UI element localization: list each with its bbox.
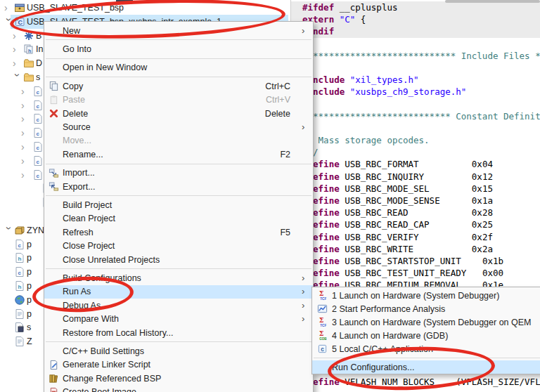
tree-label: ZYN [27,226,44,235]
menu-item-4-launch-on-hardware-gdb[interactable]: ΣGDB4 Launch on Hardware (GDB) [312,329,540,342]
menu-item-label: Compare With [63,314,302,324]
menu-item-close-unrelated-projects[interactable]: Close Unrelated Projects [44,253,313,266]
menu-item-label: Close Unrelated Projects [63,255,302,265]
menu-item-label: Build Project [63,200,302,210]
menu-item-label: Source [63,122,302,132]
menu-item-label: Rename... [63,150,280,159]
tree-label: p [27,309,32,319]
menu-item-create-boot-image[interactable]: Create Boot Image [44,385,313,392]
menu-item-copy[interactable]: CopyCtrl+C [44,79,313,93]
menu-item-label: Paste [63,95,266,105]
menu-item-paste[interactable]: PasteCtrl+V [44,93,313,107]
tree-label: In [36,44,43,54]
scrollbar-fragment [445,0,540,3]
menu-item-label: Move... [63,136,302,145]
menu-separator [46,341,311,342]
menu-item-refresh[interactable]: RefreshF5 [44,226,313,239]
h-file-icon: h [14,252,25,263]
svg-text:h: h [18,256,22,262]
submenu-arrow-icon: › [302,25,313,37]
chevron-collapsed-icon[interactable]: › [21,127,30,139]
menu-item-label: Create Boot Image [63,387,302,392]
menu-item-build-project[interactable]: Build Project [44,198,313,211]
chevron-collapsed-icon[interactable]: › [21,113,30,125]
chevron-collapsed-icon[interactable]: › [21,86,30,98]
tree-label: p [27,267,32,277]
menu-item-move[interactable]: Move... [44,134,313,148]
chevron-collapsed-icon[interactable]: › [21,155,30,167]
c-file-icon: c [14,266,25,277]
code-line: #ifdef __cplusplus [291,1,540,13]
code-line: */ [291,146,540,158]
menu-item-accelerator: Ctrl+C [265,81,302,91]
menu-separator [46,58,311,59]
chevron-collapsed-icon[interactable]: › [13,30,21,42]
svg-text:c: c [37,117,40,123]
svg-text:TCF: TCF [320,324,326,327]
menu-item-rename[interactable]: Rename...F2 [44,148,313,161]
svg-text:h: h [28,48,31,53]
chevron-collapsed-icon[interactable]: › [13,58,21,70]
code-line: #include "xil_types.h" [291,74,540,86]
menu-item-accelerator: F2 [280,150,302,159]
svg-text:GDB: GDB [319,337,327,341]
h-file-icon: h [14,280,25,292]
chevron-collapsed-icon[interactable]: › [13,44,21,55]
svg-text:c: c [37,131,40,137]
folder-icon [23,72,34,83]
menu-item-clean-project[interactable]: Clean Project [44,212,313,226]
code-line: #define USB_RBC_FORMAT 0x04 [291,158,540,170]
gdb-icon: ΣGDB [312,330,332,341]
menu-separator [46,39,311,40]
txt-file-icon [14,336,25,347]
folder-icon [23,58,34,69]
chevron-expanded-icon[interactable]: › [11,74,23,82]
menu-item-restore-from-local-history[interactable]: Restore from Local History... [44,326,313,339]
menu-item-label: Generate Linker Script [63,360,302,370]
code-line: #define USB_RBC_STARTSTOP_UNIT 0x1b [291,255,540,267]
svg-text:c: c [37,172,40,178]
menu-item-change-referenced-bsp[interactable]: Change Referenced BSP [44,372,313,385]
menu-item-import[interactable]: Import... [44,166,313,180]
code-line: #define USB_RBC_WRITE 0x2a [291,243,540,255]
tree-label: Z [27,337,32,346]
menu-item-3-launch-on-hardware-system-debugger-on-qem[interactable]: ΣTCF3 Launch on Hardware (System Debugge… [312,315,540,329]
menu-item-open-in-new-window[interactable]: Open in New Window [44,61,313,74]
code-line: #include "xusbps_ch9_storage.h" [291,86,540,98]
tree-label: p [27,240,32,249]
menu-item-export[interactable]: Export... [44,180,313,193]
menu-item-accelerator: F5 [280,228,302,237]
code-line: /* [291,122,540,134]
menu-item-close-project[interactable]: Close Project [44,239,313,252]
menu-item-compare-with[interactable]: Compare With› [44,312,313,325]
menu-item-2-start-performance-analysis[interactable]: 2 Start Performance Analysis [312,302,540,315]
code-line: #define USB_RBC_READ 0x28 [291,207,540,218]
menu-item-accelerator: Ctrl+V [266,95,302,105]
code-line: #define USB_RBC_VERIFY 0x2f [291,231,540,243]
menu-item-source[interactable]: Source› [44,120,313,133]
svg-text:c: c [18,270,22,276]
menu-item-label: Delete [63,109,265,119]
menu-item-1-launch-on-hardware-system-debugger[interactable]: ΣTCF1 Launch on Hardware (System Debugge… [312,289,540,302]
svg-text:TCF: TCF [320,297,326,301]
chevron-collapsed-icon[interactable]: › [4,2,13,14]
menu-separator [46,195,311,196]
chevron-collapsed-icon[interactable]: › [21,169,30,181]
menu-item-generate-linker-script[interactable]: Generate Linker Script [44,358,313,372]
menu-item-c-c-build-settings[interactable]: C/C++ Build Settings [44,344,313,358]
menu-item-go-into[interactable]: Go Into [44,42,313,55]
chevron-expanded-icon[interactable]: › [3,226,15,235]
c-file-icon: c [32,100,44,111]
code-line: extern "C" { [291,13,540,25]
menu-item-label: Refresh [63,228,280,237]
c-file-icon: c [32,141,44,152]
svg-text:h: h [18,284,22,290]
code-line: /*************************** Constant De… [291,110,540,122]
code-line: #define USB_RBC_INQUIRY 0x12 [291,171,540,183]
tree-label: D [36,58,42,68]
chevron-collapsed-icon[interactable]: › [21,100,30,112]
chevron-collapsed-icon[interactable]: › [21,141,30,153]
menu-item-delete[interactable]: DeleteDelete [44,107,313,120]
tree-label: s [36,72,40,82]
menu-item-label: Change Referenced BSP [63,374,302,384]
